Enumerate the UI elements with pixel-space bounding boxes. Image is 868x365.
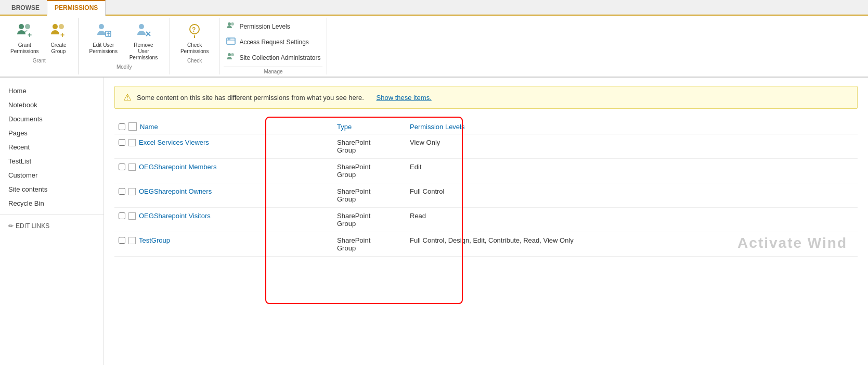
- col-header-permission-levels: Permission Levels: [406, 119, 858, 134]
- ribbon-grant-items: + GrantPermissions +: [6, 20, 72, 57]
- sidebar: Home Notebook Documents Pages Recent Tes…: [0, 78, 104, 365]
- permission-levels-icon: [226, 21, 236, 32]
- sidebar-item-pages[interactable]: Pages: [0, 126, 103, 140]
- edit-links-button[interactable]: ✏ EDIT LINKS: [0, 219, 103, 233]
- manage-items-list: Permission Levels Access Request Setting…: [224, 20, 322, 65]
- sidebar-item-testlist[interactable]: TestList: [0, 154, 103, 168]
- edit-user-permissions-button[interactable]: Edit UserPermissions: [85, 20, 121, 57]
- svg-point-20: [228, 39, 229, 40]
- show-items-link[interactable]: Show these items.: [377, 94, 432, 102]
- col-header-name: Name: [114, 119, 333, 134]
- table-row: Excel Services Viewers SharePointGroup V…: [114, 134, 858, 159]
- perm-name-link-oeg-owners[interactable]: OEGSharepoint Owners: [139, 187, 212, 195]
- type-cell-oeg-visitors: SharePointGroup: [333, 208, 406, 232]
- sidebar-item-documents[interactable]: Documents: [0, 112, 103, 126]
- row-checkbox-oeg-owners[interactable]: [119, 188, 125, 195]
- main-content: ⚠ Some content on this site has differen…: [104, 78, 868, 365]
- grant-permissions-icon: +: [16, 22, 33, 41]
- manage-group-label: Manage: [224, 67, 322, 74]
- check-permissions-button[interactable]: ? CheckPermissions: [176, 20, 213, 57]
- warning-bar: ⚠ Some content on this site has differen…: [114, 86, 858, 109]
- access-request-settings-label: Access Request Settings: [239, 39, 308, 46]
- ribbon-group-modify: Edit UserPermissions Remove UserPermissi…: [79, 18, 170, 74]
- svg-point-4: [59, 24, 64, 29]
- svg-point-6: [99, 24, 104, 29]
- modify-group-label: Modify: [85, 64, 163, 70]
- access-request-settings-item[interactable]: Access Request Settings: [224, 35, 322, 49]
- remove-user-permissions-button[interactable]: Remove UserPermissions: [124, 20, 163, 63]
- type-cell-test-group: SharePointGroup: [333, 232, 406, 257]
- row-icon-test-group: [128, 237, 136, 244]
- permissions-table: Name Type Permission Levels Excel Servic…: [114, 119, 858, 257]
- row-checkbox-oeg-members[interactable]: [119, 163, 125, 170]
- site-collection-administrators-item[interactable]: Site Collection Administrators: [224, 51, 322, 65]
- create-group-label: CreateGroup: [50, 42, 66, 55]
- sidebar-item-recent[interactable]: Recent: [0, 140, 103, 154]
- grant-permissions-label: GrantPermissions: [10, 42, 38, 55]
- ribbon: + GrantPermissions +: [0, 16, 868, 77]
- header-icon-placeholder: [128, 122, 137, 131]
- top-bar: BROWSE PERMISSIONS +: [0, 0, 868, 78]
- row-checkbox-test-group[interactable]: [119, 237, 125, 244]
- sidebar-divider: [0, 215, 103, 215]
- svg-text:+: +: [28, 31, 32, 39]
- perm-name-link-test-group[interactable]: TestGroup: [139, 236, 170, 244]
- table-row: OEGSharepoint Members SharePointGroup Ed…: [114, 159, 858, 183]
- tab-permissions[interactable]: PERMISSIONS: [47, 0, 106, 16]
- row-checkbox-excel-services-viewers[interactable]: [119, 139, 125, 146]
- perm-name-link-excel-services-viewers[interactable]: Excel Services Viewers: [139, 139, 209, 146]
- sidebar-item-home[interactable]: Home: [0, 84, 103, 98]
- ribbon-modify-items: Edit UserPermissions Remove UserPermissi…: [85, 20, 163, 63]
- row-icon-oeg-members: [128, 163, 136, 171]
- ribbon-check-items: ? CheckPermissions: [176, 20, 213, 57]
- perm-name-link-oeg-members[interactable]: OEGSharepoint Members: [139, 163, 217, 171]
- ribbon-group-manage: Permission Levels Access Request Setting…: [219, 18, 327, 74]
- ribbon-group-check: ? CheckPermissions Check: [170, 18, 219, 74]
- pencil-icon: ✏: [8, 222, 14, 230]
- permission-level-cell-oeg-visitors: Read: [406, 208, 858, 232]
- create-group-icon: +: [50, 22, 67, 41]
- grant-permissions-button[interactable]: + GrantPermissions: [6, 20, 43, 57]
- permission-level-cell-test-group: Full Control, Design, Edit, Contribute, …: [406, 232, 858, 257]
- tab-browse[interactable]: BROWSE: [4, 0, 47, 15]
- svg-point-17: [231, 22, 234, 26]
- select-all-checkbox[interactable]: [119, 123, 125, 130]
- access-request-settings-icon: [226, 36, 236, 48]
- permission-level-cell-oeg-owners: Full Control: [406, 183, 858, 208]
- create-group-button[interactable]: + CreateGroup: [45, 20, 72, 57]
- svg-point-23: [231, 53, 234, 56]
- main-layout: Home Notebook Documents Pages Recent Tes…: [0, 78, 868, 365]
- edit-user-permissions-icon: [95, 22, 112, 41]
- perm-name-link-oeg-visitors[interactable]: OEGSharepoint Visitors: [139, 212, 211, 220]
- row-checkbox-oeg-visitors[interactable]: [119, 212, 125, 219]
- permissions-content-wrapper: Name Type Permission Levels Excel Servic…: [114, 119, 858, 257]
- sidebar-item-notebook[interactable]: Notebook: [0, 98, 103, 112]
- remove-user-permissions-label: Remove UserPermissions: [128, 42, 159, 61]
- permission-levels-item[interactable]: Permission Levels: [224, 20, 322, 33]
- table-row: OEGSharepoint Owners SharePointGroup Ful…: [114, 183, 858, 208]
- check-permissions-label: CheckPermissions: [180, 42, 209, 55]
- warning-icon: ⚠: [123, 92, 132, 103]
- ribbon-tabs: BROWSE PERMISSIONS: [0, 0, 868, 16]
- grant-group-label: Grant: [6, 58, 72, 64]
- svg-text:?: ?: [192, 26, 196, 33]
- check-permissions-icon: ?: [186, 22, 203, 41]
- permission-level-cell-excel-services-viewers: View Only: [406, 134, 858, 159]
- remove-user-permissions-icon: [135, 22, 152, 41]
- row-icon-excel-services-viewers: [128, 139, 136, 146]
- svg-point-21: [229, 39, 230, 40]
- site-collection-administrators-icon: [226, 52, 236, 64]
- col-header-type: Type: [333, 119, 406, 134]
- sidebar-item-customer[interactable]: Customer: [0, 168, 103, 182]
- svg-point-0: [19, 24, 24, 29]
- permission-level-cell-oeg-members: Edit: [406, 159, 858, 183]
- sidebar-item-recycle-bin[interactable]: Recycle Bin: [0, 196, 103, 210]
- permission-levels-label: Permission Levels: [239, 23, 290, 30]
- svg-point-22: [228, 53, 231, 56]
- row-icon-oeg-visitors: [128, 212, 136, 220]
- type-cell-oeg-members: SharePointGroup: [333, 159, 406, 183]
- table-row: TestGroup SharePointGroup Full Control, …: [114, 232, 858, 257]
- row-icon-oeg-owners: [128, 188, 136, 195]
- sidebar-item-site-contents[interactable]: Site contents: [0, 182, 103, 196]
- table-header-row: Name Type Permission Levels: [114, 119, 858, 134]
